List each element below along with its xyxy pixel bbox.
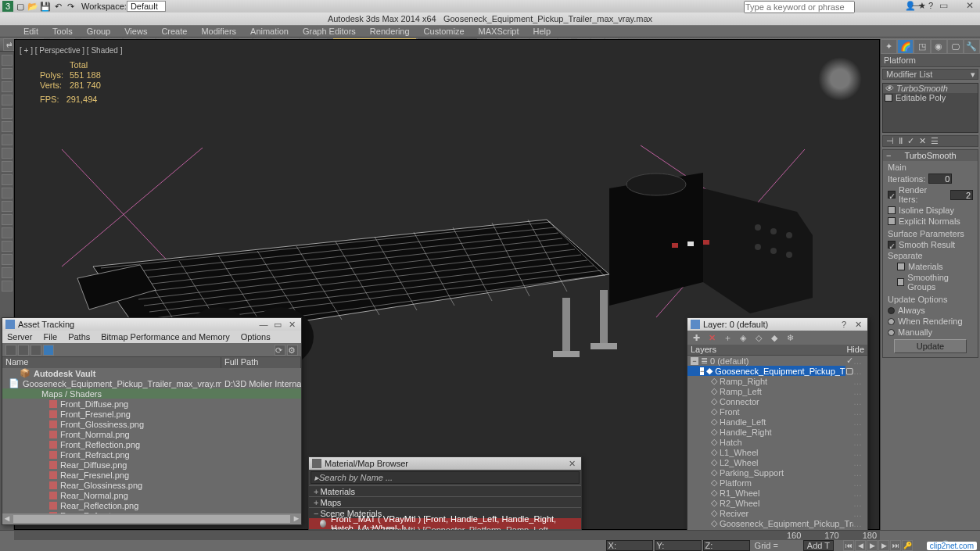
- ltool-17[interactable]: [2, 267, 13, 278]
- menu-animation[interactable]: Animation: [250, 27, 289, 36]
- layers-new-icon[interactable]: ✚: [691, 332, 702, 343]
- ltool-16[interactable]: [2, 254, 13, 265]
- asset-tb-4[interactable]: [43, 345, 54, 356]
- asset-menu-options[interactable]: Options: [241, 332, 271, 342]
- maximize-button[interactable]: ▭: [935, 0, 952, 11]
- asset-max-button[interactable]: ▭: [271, 320, 284, 330]
- mat-sec-materials[interactable]: Materials: [309, 485, 581, 496]
- asset-scrollbar[interactable]: ◄►: [2, 513, 301, 524]
- unique-icon[interactable]: ✓: [907, 136, 914, 146]
- help-search-input[interactable]: [744, 1, 855, 13]
- prev-frame-icon[interactable]: ◀: [855, 540, 866, 551]
- asset-tb-2[interactable]: [18, 345, 29, 356]
- pin-icon[interactable]: ⊣: [886, 136, 894, 146]
- menu-edit[interactable]: Edit: [23, 27, 38, 36]
- redo-icon[interactable]: ↷: [65, 1, 76, 12]
- ltool-1[interactable]: [2, 55, 13, 66]
- minimize-button[interactable]: —: [908, 0, 925, 11]
- layers-help-button[interactable]: ?: [838, 320, 850, 330]
- layers-list[interactable]: −≣ 0 (default)✓… −◆ Gooseneck_Equipment_…: [687, 356, 867, 532]
- object-name[interactable]: Platform: [881, 53, 980, 67]
- create-tab[interactable]: ✦: [881, 39, 897, 53]
- layers-delete-icon[interactable]: ✕: [706, 332, 717, 343]
- layers-highlight-icon[interactable]: ◇: [753, 332, 764, 343]
- open-icon[interactable]: 📂: [27, 1, 38, 12]
- ltool-3[interactable]: [2, 81, 13, 92]
- undo-icon[interactable]: ↶: [52, 1, 63, 12]
- play-icon[interactable]: ▶: [867, 540, 878, 551]
- coord-y[interactable]: Y:: [655, 540, 702, 551]
- coord-z[interactable]: Z:: [703, 540, 750, 551]
- ltool-18[interactable]: [2, 281, 13, 292]
- sep-materials-check[interactable]: [897, 263, 905, 270]
- menu-customize[interactable]: Customize: [424, 27, 465, 36]
- menu-group[interactable]: Group: [87, 27, 111, 36]
- ltool-6[interactable]: [2, 121, 13, 132]
- render-iters-check[interactable]: ✓: [888, 191, 896, 199]
- remove-icon[interactable]: ✕: [919, 136, 926, 146]
- ltool-12[interactable]: [2, 201, 13, 212]
- asset-min-button[interactable]: —: [257, 320, 270, 330]
- update-always-radio[interactable]: [888, 307, 895, 314]
- ltool-5[interactable]: [2, 108, 13, 119]
- asset-tb-opts[interactable]: ⚙: [287, 345, 298, 356]
- config-icon[interactable]: ☰: [931, 136, 939, 146]
- key-mode-icon[interactable]: 🔑: [902, 540, 913, 551]
- asset-close-button[interactable]: ✕: [285, 320, 298, 330]
- asset-col-path[interactable]: Full Path: [221, 357, 301, 368]
- asset-menu-paths[interactable]: Paths: [68, 332, 90, 342]
- asset-menu-file[interactable]: File: [43, 332, 57, 342]
- menu-help[interactable]: Help: [533, 27, 551, 36]
- asset-col-name[interactable]: Name: [2, 357, 221, 368]
- ltool-13[interactable]: [2, 214, 13, 225]
- update-button[interactable]: Update: [894, 339, 967, 353]
- save-icon[interactable]: 💾: [40, 1, 51, 12]
- layers-col-name[interactable]: Layers: [687, 345, 839, 355]
- asset-menu-server[interactable]: Server: [7, 332, 32, 342]
- goto-end-icon[interactable]: ⏭: [890, 540, 901, 551]
- app-icon[interactable]: 3: [2, 1, 13, 12]
- modifier-list-dropdown[interactable]: Modifier List: [882, 69, 978, 80]
- menu-rendering[interactable]: Rendering: [370, 27, 410, 36]
- explicit-check[interactable]: [888, 217, 896, 225]
- ltool-15[interactable]: [2, 241, 13, 252]
- stack-toggle[interactable]: [885, 94, 892, 102]
- modify-tab[interactable]: 🌈: [897, 39, 914, 53]
- asset-tb-3[interactable]: [31, 345, 41, 356]
- sep-groups-check[interactable]: [897, 278, 904, 286]
- show-end-icon[interactable]: Ⅱ: [899, 136, 903, 146]
- ltool-10[interactable]: [2, 174, 13, 185]
- close-button[interactable]: ✕: [961, 0, 978, 11]
- mat-search-input[interactable]: ▸ Search by Name ...: [311, 471, 580, 484]
- layers-add-icon[interactable]: ＋: [722, 332, 733, 343]
- menu-maxscript[interactable]: MAXScript: [479, 27, 519, 36]
- coord-x[interactable]: X:: [606, 540, 653, 551]
- ltool-7[interactable]: [2, 134, 13, 145]
- utilities-tab[interactable]: 🔧: [964, 39, 980, 53]
- iterations-spinner[interactable]: 0: [928, 174, 952, 184]
- new-icon[interactable]: ▢: [15, 1, 26, 12]
- asset-tb-1[interactable]: [5, 345, 16, 356]
- menu-tools[interactable]: Tools: [52, 27, 73, 36]
- mat-sec-maps[interactable]: Maps: [309, 496, 581, 507]
- viewport-label[interactable]: [ + ] [ Perspective ] [ Shaded ]: [20, 46, 122, 55]
- layers-select-icon[interactable]: ◈: [738, 332, 748, 343]
- layers-freeze-icon[interactable]: ❄: [784, 332, 795, 343]
- goto-start-icon[interactable]: ⏮: [843, 540, 854, 551]
- layers-col-hide[interactable]: Hide: [839, 345, 867, 355]
- ltool-11[interactable]: [2, 188, 13, 199]
- ltool-8[interactable]: [2, 148, 13, 159]
- viewcube[interactable]: [818, 57, 862, 101]
- display-tab[interactable]: 🖵: [947, 39, 964, 53]
- update-manual-radio[interactable]: [888, 329, 895, 336]
- render-iters-spinner[interactable]: 2: [950, 190, 973, 200]
- isoline-check[interactable]: [888, 206, 896, 214]
- layers-close-button[interactable]: ✕: [852, 320, 864, 330]
- update-render-radio[interactable]: [888, 318, 895, 325]
- next-frame-icon[interactable]: ▶: [878, 540, 889, 551]
- motion-tab[interactable]: ◉: [931, 39, 947, 53]
- ltool-9[interactable]: [2, 161, 13, 172]
- ltool-4[interactable]: [2, 95, 13, 106]
- asset-tb-refresh[interactable]: ⟳: [275, 345, 285, 356]
- modifier-stack[interactable]: 👁TurboSmooth Editable Poly: [882, 83, 978, 133]
